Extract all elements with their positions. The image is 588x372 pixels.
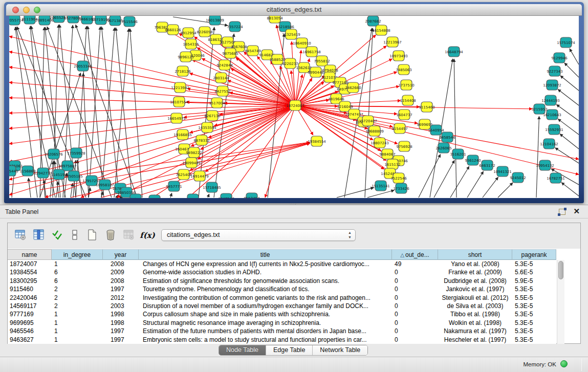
- table-cell[interactable]: 2008: [103, 260, 139, 268]
- table-cell[interactable]: 0: [392, 302, 438, 310]
- graph-node[interactable]: 10973493: [389, 51, 408, 61]
- column-header-out_de[interactable]: △out_de...: [392, 249, 438, 260]
- column-header-title[interactable]: title: [139, 249, 392, 260]
- graph-node[interactable]: 19384554: [308, 136, 326, 146]
- table-row[interactable]: 946554611997Estimation of the future num…: [8, 327, 556, 335]
- graph-node[interactable]: 2718126: [175, 66, 191, 76]
- table-row[interactable]: 946362711997Embryonic stem cells: a mode…: [8, 336, 556, 344]
- graph-node[interactable]: 9245012: [510, 172, 526, 183]
- table-cell[interactable]: 18300295: [8, 277, 52, 285]
- graph-node[interactable]: 1154408: [400, 95, 416, 105]
- graph-node[interactable]: 8226058: [197, 27, 212, 37]
- table-cell[interactable]: Yano et al. (2008): [438, 260, 512, 268]
- table-cell[interactable]: 0: [392, 285, 438, 293]
- table-cell[interactable]: Franke et al. (2009): [438, 268, 512, 276]
- graph-node[interactable]: 1156869: [19, 166, 35, 176]
- table-cell[interactable]: Estimation of significance thresholds fo…: [139, 277, 392, 285]
- table-cell[interactable]: Wolkin et al. (1998): [438, 319, 512, 327]
- graph-node[interactable]: 15592931: [545, 124, 563, 135]
- graph-node[interactable]: 20206576: [45, 149, 63, 159]
- graph-node[interactable]: 16914479: [190, 171, 209, 181]
- graph-node[interactable]: 15135141: [372, 181, 390, 191]
- graph-node[interactable]: 7357224: [227, 21, 243, 32]
- graph-node[interactable]: 9457771: [166, 181, 182, 191]
- graph-node[interactable]: 2803144: [213, 73, 229, 83]
- table-row[interactable]: 977716911998Corpus callosum shape and si…: [8, 310, 556, 318]
- table-cell[interactable]: Nakamura et al. (1997): [438, 327, 512, 335]
- window-minimize-button[interactable]: [23, 7, 30, 13]
- table-cell[interactable]: 1: [52, 336, 103, 344]
- graph-node[interactable]: 15751074: [557, 37, 575, 48]
- tab-node-table[interactable]: Node Table: [219, 345, 266, 355]
- new-document-icon[interactable]: [85, 229, 99, 242]
- graph-node[interactable]: 3516201: [450, 149, 466, 159]
- graph-node[interactable]: 9875685: [222, 48, 238, 58]
- graph-node[interactable]: 16154808: [372, 25, 390, 35]
- graph-node[interactable]: 9458546: [439, 132, 455, 142]
- table-cell[interactable]: 2: [52, 294, 103, 302]
- graph-node[interactable]: 18107554: [170, 97, 188, 107]
- memory-status-icon[interactable]: [560, 360, 568, 367]
- table-cell[interactable]: 6: [52, 268, 103, 276]
- graph-node[interactable]: 9896125: [178, 52, 193, 62]
- table-cell[interactable]: 9699695: [8, 319, 52, 327]
- delete-trash-icon[interactable]: [104, 229, 117, 242]
- graph-node[interactable]: 1733426: [393, 183, 409, 193]
- table-cell[interactable]: 1998: [103, 310, 139, 318]
- table-cell[interactable]: Structural magnetic resonance image aver…: [139, 319, 392, 327]
- table-cell[interactable]: 1998: [103, 319, 139, 327]
- graph-node[interactable]: 9756928: [396, 141, 412, 151]
- graph-node[interactable]: 16013809: [206, 16, 224, 25]
- table-cell[interactable]: 2: [52, 285, 103, 293]
- graph-node[interactable]: 17359928: [67, 148, 85, 158]
- graph-node[interactable]: 9242848: [216, 60, 232, 70]
- graph-node[interactable]: 19166855: [173, 129, 192, 140]
- graph-node[interactable]: 8454749: [245, 46, 260, 56]
- graph-node[interactable]: 2626065: [435, 143, 451, 153]
- table-cell[interactable]: Tourette syndrome. Phenomenology and cla…: [139, 285, 392, 293]
- table-cell[interactable]: 0: [392, 319, 438, 327]
- graph-node[interactable]: 7955812: [314, 56, 330, 66]
- table-cell[interactable]: 2012: [103, 294, 139, 302]
- column-select-icon[interactable]: [32, 229, 46, 242]
- graph-node[interactable]: 9154497: [391, 123, 407, 134]
- table-cell[interactable]: Disruption of a novel member of a sodium…: [139, 302, 392, 310]
- table-cell[interactable]: Corpus callosum shape and size in male p…: [139, 310, 392, 318]
- table-cell[interactable]: 1: [52, 310, 103, 318]
- scrollbar-thumb[interactable]: [558, 261, 563, 279]
- graph-node[interactable]: 1654315: [183, 39, 199, 49]
- table-cell[interactable]: 1: [52, 319, 103, 327]
- table-cell[interactable]: Jankovic et al. (1997): [438, 285, 512, 293]
- graph-node[interactable]: 9361240: [465, 155, 481, 165]
- select-all-rows-icon[interactable]: [51, 229, 64, 242]
- table-cell[interactable]: 6: [52, 277, 103, 285]
- table-cell[interactable]: 14569117: [8, 302, 52, 310]
- table-cell[interactable]: 2009: [103, 268, 139, 276]
- tab-network-table[interactable]: Network Table: [313, 345, 367, 355]
- table-cell[interactable]: 2: [52, 302, 103, 310]
- graph-node[interactable]: 7625402: [176, 169, 191, 180]
- graph-node[interactable]: 7485063: [396, 64, 411, 75]
- table-selector-dropdown[interactable]: citations_edges.txt ▲▼: [161, 229, 356, 241]
- graph-node[interactable]: 9129946: [551, 53, 568, 63]
- graph-node[interactable]: 16648794: [445, 47, 463, 57]
- graph-node[interactable]: 10941321: [493, 166, 512, 177]
- column-header-in_degree[interactable]: in_degree: [52, 249, 103, 260]
- graph-node[interactable]: 20053346: [74, 61, 92, 71]
- graph-node[interactable]: 2087682: [365, 16, 381, 26]
- table-row[interactable]: 1456911722003Disruption of a novel membe…: [8, 302, 556, 310]
- column-header-pagerank[interactable]: pagerank: [512, 249, 556, 260]
- table-cell[interactable]: Investigating the contribution of common…: [139, 294, 392, 302]
- float-panel-icon[interactable]: [559, 209, 565, 215]
- table-cell[interactable]: 5.6E-5: [512, 268, 556, 276]
- table-cell[interactable]: 0: [392, 268, 438, 276]
- graph-node[interactable]: 8912954: [180, 28, 197, 38]
- table-cell[interactable]: Embryonic stem cells: a model to study s…: [139, 336, 392, 344]
- graph-node[interactable]: 18475471: [184, 194, 202, 198]
- table-cell[interactable]: Hescheler et al. (1997): [438, 336, 512, 344]
- graph-node[interactable]: 12104162: [540, 139, 558, 149]
- graph-node[interactable]: 15718485: [203, 182, 221, 192]
- window-zoom-button[interactable]: [34, 7, 40, 13]
- table-cell[interactable]: 22420046: [8, 294, 52, 302]
- table-cell[interactable]: 1997: [103, 327, 139, 335]
